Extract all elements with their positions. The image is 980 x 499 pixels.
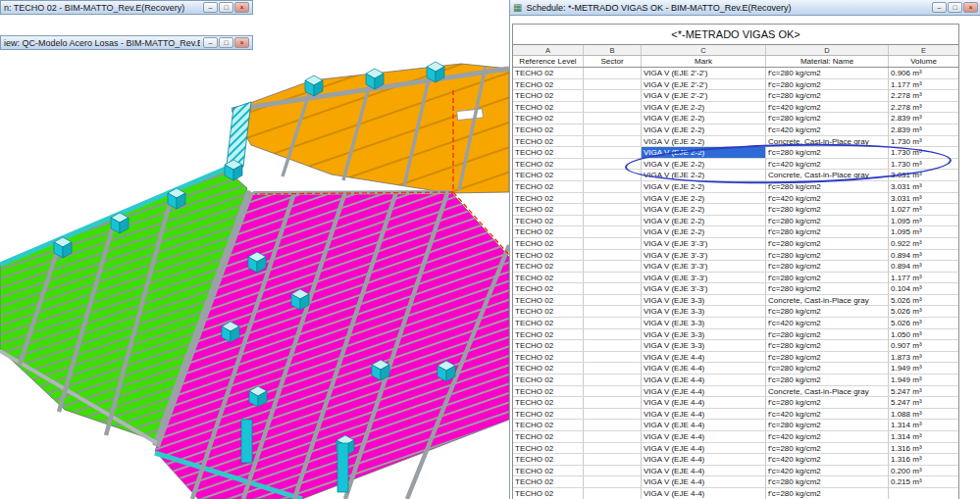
header-mark[interactable]: Mark xyxy=(642,56,766,67)
cell-sector[interactable] xyxy=(584,397,642,408)
cell-mark[interactable]: VIGA V (EJE 2-2) xyxy=(642,216,766,226)
cell-material-name[interactable]: f'c=280 kg/cm2 xyxy=(766,352,889,363)
cell-mark[interactable]: VIGA V (EJE 4-4) xyxy=(642,443,766,454)
cell-volume[interactable]: 1.027 m³ xyxy=(889,204,958,215)
cell-volume[interactable]: 1.088 m³ xyxy=(889,409,958,420)
cell-material-name[interactable]: f'c=280 kg/cm2 xyxy=(766,329,889,340)
cell-reference-level[interactable]: TECHO 02 xyxy=(513,125,584,135)
cell-volume[interactable]: 5.026 m³ xyxy=(889,295,958,306)
cell-mark[interactable]: VIGA V (EJE 2-2) xyxy=(642,147,766,158)
cell-volume[interactable] xyxy=(889,488,958,499)
cell-sector[interactable] xyxy=(584,90,642,101)
cell-reference-level[interactable]: TECHO 02 xyxy=(513,283,584,294)
minimize-icon[interactable]: – xyxy=(203,2,218,13)
cell-volume[interactable]: 1.316 m³ xyxy=(889,443,958,454)
cell-material-name[interactable]: f'c=280 kg/cm2 xyxy=(766,204,889,215)
cell-mark[interactable]: VIGA V (EJE 2-2) xyxy=(642,226,766,237)
header-material-name[interactable]: Material: Name xyxy=(766,56,889,67)
cell-sector[interactable] xyxy=(584,420,642,430)
cell-mark[interactable]: VIGA V (EJE 2-2) xyxy=(642,125,766,135)
cell-material-name[interactable]: f'c=420 kg/cm2 xyxy=(766,159,889,170)
cell-volume[interactable]: 1.095 m³ xyxy=(889,226,958,237)
cell-volume[interactable]: 0.906 m³ xyxy=(889,68,958,78)
cell-reference-level[interactable]: TECHO 02 xyxy=(513,136,584,147)
cell-material-name[interactable]: f'c=420 kg/cm2 xyxy=(766,409,889,420)
cell-sector[interactable] xyxy=(584,329,642,340)
cell-mark[interactable]: VIGA V (EJE 2-2) xyxy=(642,204,766,215)
cell-reference-level[interactable]: TECHO 02 xyxy=(513,363,584,374)
cell-material-name[interactable]: f'c=280 kg/cm2 xyxy=(766,283,889,294)
cell-sector[interactable] xyxy=(584,488,642,499)
cell-material-name[interactable]: f'c=280 kg/cm2 xyxy=(766,226,889,237)
cell-sector[interactable] xyxy=(584,476,642,487)
cell-sector[interactable] xyxy=(584,226,642,237)
cell-volume[interactable]: 0.104 m³ xyxy=(889,283,958,294)
cell-mark[interactable]: VIGA V (EJE 2-2) xyxy=(642,136,766,147)
cell-reference-level[interactable]: TECHO 02 xyxy=(513,170,584,180)
cell-reference-level[interactable]: TECHO 02 xyxy=(513,340,584,351)
cell-volume[interactable]: 1.050 m³ xyxy=(889,329,958,340)
cell-reference-level[interactable]: TECHO 02 xyxy=(513,488,584,499)
cell-reference-level[interactable]: TECHO 02 xyxy=(513,193,584,204)
cell-reference-level[interactable]: TECHO 02 xyxy=(513,113,584,124)
cell-mark[interactable]: VIGA V (EJE 3'-3') xyxy=(642,250,766,261)
cell-mark[interactable]: VIGA V (EJE 3-3) xyxy=(642,318,766,328)
cell-mark[interactable]: VIGA V (EJE 2-2) xyxy=(642,193,766,204)
cell-material-name[interactable]: Concrete, Cast-in-Place gray xyxy=(766,136,889,147)
cell-mark[interactable]: VIGA V (EJE 2'-2') xyxy=(642,90,766,101)
cell-mark[interactable]: VIGA V (EJE 2'-2') xyxy=(642,79,766,90)
cell-reference-level[interactable]: TECHO 02 xyxy=(513,329,584,340)
cell-volume[interactable]: 2.839 m³ xyxy=(889,113,958,124)
cell-material-name[interactable]: f'c=280 kg/cm2 xyxy=(766,273,889,283)
cell-material-name[interactable]: f'c=280 kg/cm2 xyxy=(766,79,889,90)
cell-mark[interactable]: VIGA V (EJE 4-4) xyxy=(642,420,766,430)
cell-sector[interactable] xyxy=(584,295,642,306)
cell-material-name[interactable]: f'c=280 kg/cm2 xyxy=(766,90,889,101)
cell-material-name[interactable]: Concrete, Cast-in-Place gray xyxy=(766,386,889,397)
cell-material-name[interactable]: f'c=280 kg/cm2 xyxy=(766,420,889,430)
cell-mark[interactable]: VIGA V (EJE 4-4) xyxy=(642,374,766,385)
cell-volume[interactable]: 0.215 m³ xyxy=(889,476,958,487)
cell-reference-level[interactable]: TECHO 02 xyxy=(513,181,584,192)
cell-volume[interactable]: 1.316 m³ xyxy=(889,454,958,465)
column-letter[interactable]: C xyxy=(642,45,766,55)
plan-view-titlebar[interactable]: n: TECHO 02 - BIM-MATTO_Rev.E(Recovery) … xyxy=(0,0,253,15)
cell-sector[interactable] xyxy=(584,238,642,249)
cell-material-name[interactable]: Concrete, Cast-in-Place gray xyxy=(766,295,889,306)
cell-volume[interactable]: 1.949 m³ xyxy=(889,374,958,385)
cell-material-name[interactable]: f'c=420 kg/cm2 xyxy=(766,102,889,113)
cell-material-name[interactable]: f'c=280 kg/cm2 xyxy=(766,250,889,261)
cell-volume[interactable]: 5.247 m³ xyxy=(889,386,958,397)
cell-volume[interactable]: 3.031 m³ xyxy=(889,193,958,204)
cell-volume[interactable]: 0.894 m³ xyxy=(889,250,958,261)
cell-sector[interactable] xyxy=(584,386,642,397)
cell-volume[interactable]: 1.095 m³ xyxy=(889,216,958,226)
cell-material-name[interactable]: f'c=420 kg/cm2 xyxy=(766,125,889,135)
cell-sector[interactable] xyxy=(584,181,642,192)
cell-material-name[interactable]: f'c=280 kg/cm2 xyxy=(766,147,889,158)
cell-mark[interactable]: VIGA V (EJE 3'-3') xyxy=(642,273,766,283)
cell-volume[interactable]: 1.873 m³ xyxy=(889,352,958,363)
close-icon[interactable]: × xyxy=(234,2,249,13)
cell-sector[interactable] xyxy=(584,318,642,328)
cell-volume[interactable]: 1.949 m³ xyxy=(889,363,958,374)
cell-volume[interactable]: 0.922 m³ xyxy=(889,238,958,249)
cell-material-name[interactable]: f'c=280 kg/cm2 xyxy=(766,340,889,351)
cell-material-name[interactable]: f'c=420 kg/cm2 xyxy=(766,454,889,465)
close-icon[interactable]: × xyxy=(963,2,978,13)
restore-icon[interactable]: □ xyxy=(948,2,962,13)
cell-reference-level[interactable]: TECHO 02 xyxy=(513,352,584,363)
cell-sector[interactable] xyxy=(584,250,642,261)
cell-reference-level[interactable]: TECHO 02 xyxy=(513,159,584,170)
cell-volume[interactable]: 0.200 m³ xyxy=(889,466,958,476)
cell-reference-level[interactable]: TECHO 02 xyxy=(513,295,584,306)
cell-material-name[interactable]: f'c=280 kg/cm2 xyxy=(766,363,889,374)
cell-volume[interactable]: 5.026 m³ xyxy=(889,318,958,328)
cell-material-name[interactable]: f'c=280 kg/cm2 xyxy=(766,374,889,385)
cell-mark[interactable]: VIGA V (EJE 4-4) xyxy=(642,454,766,465)
cell-mark[interactable]: VIGA V (EJE 4-4) xyxy=(642,488,766,499)
cell-volume[interactable]: 5.026 m³ xyxy=(889,306,958,317)
cell-sector[interactable] xyxy=(584,79,642,90)
cell-sector[interactable] xyxy=(584,261,642,272)
cell-material-name[interactable]: f'c=280 kg/cm2 xyxy=(766,68,889,78)
